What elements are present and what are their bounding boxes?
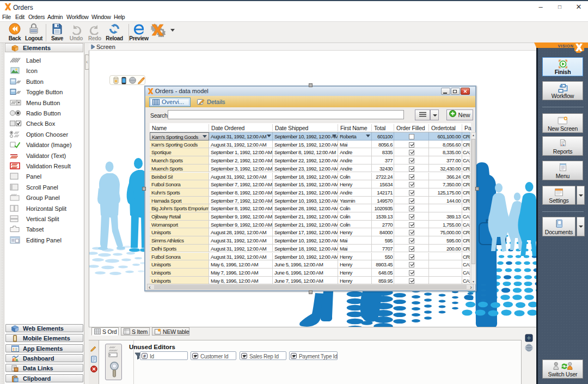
svg-text:VISION: VISION [558,44,573,48]
